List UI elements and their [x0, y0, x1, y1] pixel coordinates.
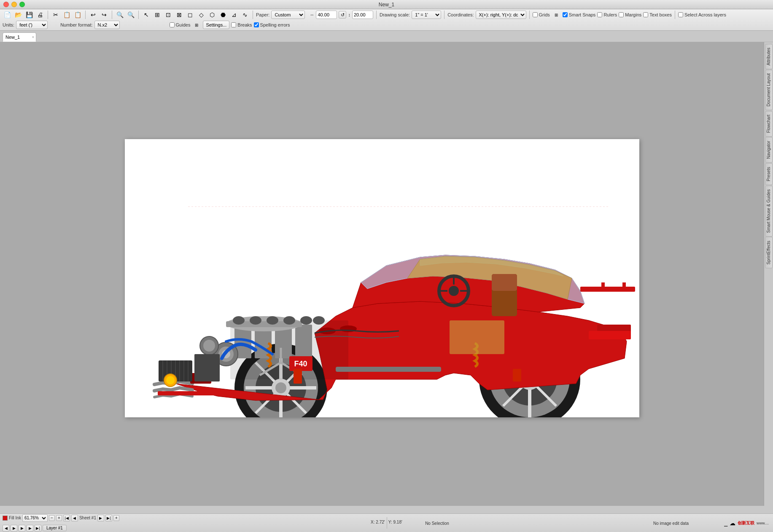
select-across-layers-label[interactable]: Select Across layers — [678, 12, 726, 17]
sep4 — [138, 11, 139, 19]
status-left: Fill Ink 61.76% − + |◀ ◀ Sheet #1 ▶ ▶| +… — [3, 514, 119, 532]
height-input[interactable] — [352, 11, 373, 19]
right-panel: Attributes Document Layout Flowchart Nav… — [764, 42, 773, 506]
svg-point-30 — [233, 316, 245, 325]
right-tab-navigator[interactable]: Navigator — [765, 137, 773, 163]
svg-rect-53 — [589, 331, 631, 339]
svg-point-18 — [275, 382, 286, 393]
rulers-checkbox-label[interactable]: Rulers — [597, 12, 617, 17]
text-boxes-checkbox[interactable] — [643, 12, 648, 17]
tab-close-icon[interactable]: × — [32, 35, 34, 39]
breaks-checkbox[interactable] — [231, 22, 236, 27]
print-icon[interactable]: 🖨 — [35, 10, 45, 19]
drawing-scale-select[interactable]: 1" = 1' — [412, 11, 441, 19]
select-tool[interactable]: ↖ — [142, 10, 151, 19]
coordinates-select[interactable]: X(+): right, Y(+): down — [476, 11, 526, 19]
next-page-btn[interactable]: ▶ — [97, 515, 104, 521]
close-button[interactable] — [3, 2, 9, 7]
fill-ink-label: Fill Ink — [9, 516, 21, 520]
smart-snaps-checkbox[interactable] — [563, 12, 568, 17]
prev-page-btn[interactable]: ◀ — [71, 515, 78, 521]
zoom-in-icon[interactable]: 🔍 — [115, 10, 124, 19]
number-format-label: Number format: — [60, 22, 92, 27]
margins-checkbox[interactable] — [619, 12, 624, 17]
smart-snaps-checkbox-label[interactable]: Smart Snaps — [563, 12, 596, 17]
shape-tool2[interactable]: ⊡ — [164, 10, 173, 19]
guides-checkbox-label[interactable]: Guides — [170, 22, 191, 27]
copy-icon[interactable]: 📋 — [62, 10, 71, 19]
refresh-button[interactable]: ↺ — [339, 11, 346, 19]
grids-icon[interactable]: ⊞ — [552, 10, 561, 19]
select-across-layers-checkbox[interactable] — [678, 12, 683, 17]
svg-rect-55 — [601, 282, 605, 291]
nav-btn-2[interactable]: ▶ — [11, 525, 17, 532]
right-tab-document-layout[interactable]: Document Layout — [765, 70, 773, 110]
shape-tool9[interactable]: ∿ — [240, 10, 250, 19]
zoom-select[interactable]: 61.76% — [22, 514, 48, 522]
grids-checkbox-label[interactable]: Grids — [533, 12, 550, 17]
right-tab-presets[interactable]: Presets — [765, 163, 773, 185]
spelling-errors-checkbox-label[interactable]: Spelling errors — [254, 22, 290, 27]
minimize-button[interactable] — [11, 2, 17, 7]
logo-icon-2: ☁ — [730, 520, 735, 527]
shape-tool6[interactable]: ⬡ — [207, 10, 217, 19]
right-tab-flowchart[interactable]: Flowchart — [765, 111, 773, 137]
open-icon[interactable]: 📂 — [13, 10, 23, 19]
paper-select[interactable]: Custom — [271, 11, 305, 19]
nav-btn-3[interactable]: ▶ — [19, 525, 25, 532]
guides-icon[interactable]: ⊞ — [192, 20, 201, 30]
website-label: www.... — [757, 521, 769, 525]
add-page-btn[interactable]: + — [113, 515, 119, 521]
zoom-in-status-btn[interactable]: + — [56, 515, 62, 521]
zoom-out-status-btn[interactable]: − — [49, 515, 55, 521]
units-label: Units: — [3, 22, 14, 27]
svg-point-33 — [283, 316, 295, 325]
status-bar: Fill Ink 61.76% − + |◀ ◀ Sheet #1 ▶ ▶| +… — [0, 513, 773, 532]
margins-checkbox-label[interactable]: Margins — [619, 12, 641, 17]
spelling-errors-checkbox[interactable] — [254, 22, 259, 27]
save-icon[interactable]: 💾 — [24, 10, 34, 19]
undo-icon[interactable]: ↩ — [89, 10, 98, 19]
shape-tool8[interactable]: ⊿ — [229, 10, 239, 19]
sep6 — [376, 11, 377, 19]
guides-checkbox[interactable] — [170, 22, 175, 27]
breaks-checkbox-label[interactable]: Breaks — [231, 22, 252, 27]
right-tab-attributes[interactable]: Attributes — [765, 44, 773, 69]
window-controls — [3, 2, 25, 7]
logo-icon-1: ⎯ — [724, 520, 727, 527]
svg-point-34 — [300, 316, 312, 325]
right-tab-smart-mouse[interactable]: Smart Mouse & Guides — [765, 185, 773, 236]
first-page-btn[interactable]: |◀ — [63, 515, 70, 521]
text-boxes-checkbox-label[interactable]: Text boxes — [643, 12, 672, 17]
toolbar: 📄 📂 💾 🖨 ✂ 📋 📋 ↩ ↪ 🔍 🔍 ↖ ⊞ ⊡ ⊠ ◻ ◇ ⬡ ⬣ ⊿ … — [0, 9, 773, 31]
width-input[interactable] — [316, 11, 337, 19]
svg-rect-27 — [295, 325, 312, 358]
nav-btn-5[interactable]: ▶| — [35, 525, 41, 532]
last-page-btn[interactable]: ▶| — [105, 515, 112, 521]
new-icon[interactable]: 📄 — [3, 10, 12, 19]
shape-tool3[interactable]: ⊠ — [175, 10, 184, 19]
nav-btn-4[interactable]: ▶ — [27, 525, 33, 532]
right-tab-sprinteffects[interactable]: SprintEffects — [765, 237, 773, 269]
zoom-out-icon[interactable]: 🔍 — [126, 10, 135, 19]
cut-icon[interactable]: ✂ — [51, 10, 60, 19]
bottom-right-logos: ⎯ ☁ 创新互联 www.... — [724, 514, 769, 532]
shape-tool5[interactable]: ◇ — [197, 10, 206, 19]
settings-button[interactable]: Settings... — [203, 21, 229, 29]
layer-badge[interactable]: Layer #1 — [43, 525, 67, 531]
shape-tool7[interactable]: ⬣ — [218, 10, 228, 19]
rulers-checkbox[interactable] — [597, 12, 602, 17]
redo-icon[interactable]: ↪ — [100, 10, 109, 19]
fill-color-swatch[interactable] — [3, 516, 8, 521]
maximize-button[interactable] — [19, 2, 25, 7]
units-select[interactable]: feet (') — [16, 21, 48, 29]
grids-checkbox[interactable] — [533, 12, 538, 17]
sep7 — [444, 11, 444, 19]
tab-new1[interactable]: × New_1 — [3, 32, 36, 42]
shape-tool4[interactable]: ◻ — [186, 10, 195, 19]
nav-btn-1[interactable]: ◀ — [3, 525, 9, 532]
number-format-select[interactable]: N.x2 — [94, 21, 120, 29]
shape-tool1[interactable]: ⊞ — [153, 10, 162, 19]
paste-icon[interactable]: 📋 — [73, 10, 82, 19]
svg-text:F40: F40 — [294, 360, 307, 368]
